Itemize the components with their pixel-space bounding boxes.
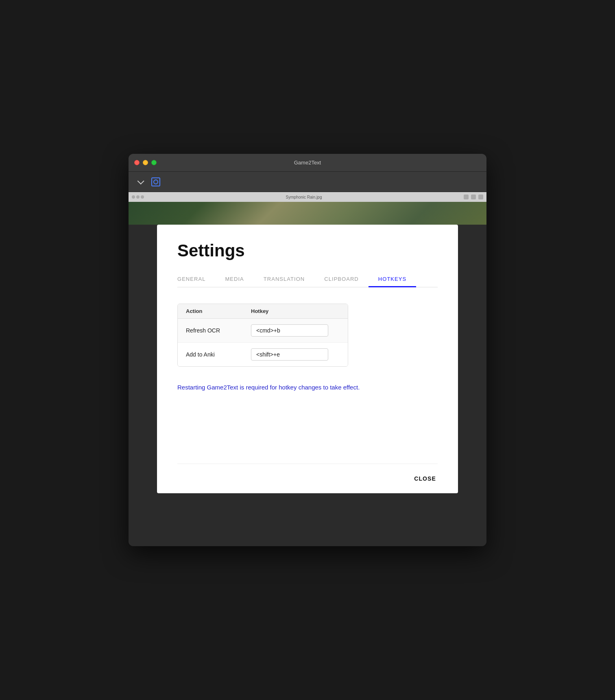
hotkey-input-add-to-anki[interactable] [251, 348, 328, 361]
search-icon [478, 195, 483, 199]
table-header: Action Hotkey [178, 304, 348, 319]
image-viewer-toolbar: Symphonic Rain.jpg [129, 192, 486, 202]
dropdown-button[interactable] [135, 177, 145, 187]
window-title: Game2Text [294, 160, 321, 166]
edit-icon [464, 195, 469, 199]
action-add-to-anki: Add to Anki [186, 351, 251, 358]
settings-title: Settings [177, 241, 438, 260]
dialog-footer: CLOSE [177, 464, 438, 493]
traffic-lights [134, 160, 157, 165]
hotkey-input-refresh-ocr[interactable] [251, 324, 328, 337]
col-header-hotkey: Hotkey [251, 308, 268, 314]
title-bar: Game2Text [129, 154, 486, 172]
capture-button[interactable] [150, 176, 162, 188]
close-dialog-button[interactable]: CLOSE [412, 472, 438, 485]
image-strip [129, 202, 486, 225]
tab-general[interactable]: GENERAL [177, 272, 215, 287]
col-header-action: Action [186, 308, 251, 314]
toolbar [129, 172, 486, 192]
dot-1 [132, 195, 135, 199]
tab-hotkeys[interactable]: HOTKEYS [369, 272, 416, 287]
table-row: Add to Anki [178, 343, 348, 366]
toolbar-dots [132, 195, 144, 199]
dot-2 [136, 195, 140, 199]
restart-notice: Restarting Game2Text is required for hot… [177, 383, 438, 392]
action-refresh-ocr: Refresh OCR [186, 327, 251, 334]
dot-3 [141, 195, 144, 199]
capture-icon [151, 177, 160, 186]
minimize-button[interactable] [143, 160, 148, 165]
settings-dialog: Settings GENERAL MEDIA TRANSLATION CLIPB… [157, 225, 458, 493]
tab-media[interactable]: MEDIA [215, 272, 253, 287]
mac-window: Game2Text Symphonic Rain.jpg Settings GE… [129, 154, 486, 546]
tab-clipboard[interactable]: CLIPBOARD [314, 272, 369, 287]
maximize-button[interactable] [151, 160, 157, 165]
tab-translation[interactable]: TRANSLATION [254, 272, 315, 287]
hotkeys-table: Action Hotkey Refresh OCR Add to Anki [177, 304, 348, 367]
table-row: Refresh OCR [178, 319, 348, 343]
image-filename: Symphonic Rain.jpg [147, 195, 460, 199]
close-button-traffic[interactable] [134, 160, 140, 165]
settings-tabs: GENERAL MEDIA TRANSLATION CLIPBOARD HOTK… [177, 272, 438, 287]
share-icon [471, 195, 476, 199]
bottom-area [129, 493, 486, 546]
chevron-down-icon [137, 179, 143, 185]
image-toolbar-icons [464, 195, 483, 199]
